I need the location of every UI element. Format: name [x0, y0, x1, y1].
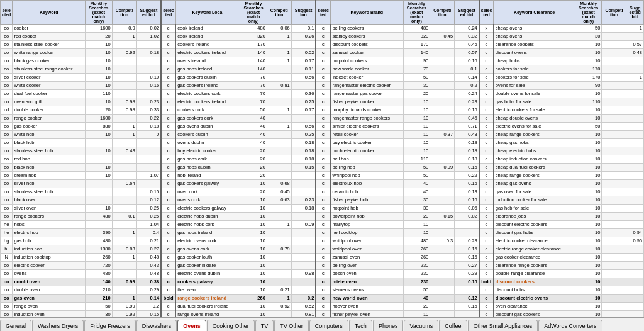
table-cell[interactable]: c	[161, 205, 175, 213]
table-cell[interactable]: c	[161, 33, 175, 41]
table-cell[interactable]: c	[479, 254, 494, 262]
table-cell[interactable]: c	[161, 196, 175, 205]
table-cell[interactable]: co	[1, 98, 13, 106]
table-cell[interactable]: x	[479, 25, 494, 33]
tab-fridge-freezers[interactable]: Fridge Freezers	[84, 320, 136, 331]
table-cell[interactable]: c	[316, 303, 330, 311]
tab-tv[interactable]: TV	[255, 320, 274, 331]
table-cell[interactable]: c	[161, 49, 175, 57]
table-cell[interactable]: c	[161, 188, 175, 196]
table-cell[interactable]: c	[316, 180, 330, 188]
tab-ovens[interactable]: Ovens	[177, 320, 206, 331]
table-cell[interactable]: c	[316, 270, 330, 278]
table-cell[interactable]: c	[161, 262, 175, 270]
table-cell[interactable]: c	[316, 57, 330, 65]
table-cell[interactable]: c	[479, 164, 494, 172]
table-cell[interactable]: co	[1, 180, 13, 188]
table-cell[interactable]: bold	[479, 278, 494, 286]
table-cell[interactable]: c	[161, 155, 175, 164]
table-cell[interactable]: c	[161, 82, 175, 90]
table-cell[interactable]: co	[1, 90, 13, 98]
table-cell[interactable]: c	[479, 303, 494, 311]
table-cell[interactable]: c	[161, 164, 175, 172]
table-cell[interactable]: c	[316, 65, 330, 74]
table-cell[interactable]: co	[1, 49, 13, 57]
tab-coffee[interactable]: Coffee	[439, 320, 467, 331]
table-cell[interactable]: cd	[1, 106, 13, 115]
table-cell[interactable]: c	[316, 139, 330, 147]
table-cell[interactable]: c	[479, 180, 494, 188]
table-cell[interactable]: c	[316, 25, 330, 33]
table-cell[interactable]: c	[316, 82, 330, 90]
table-cell[interactable]: co	[1, 155, 13, 164]
tab-computers[interactable]: Computers	[309, 320, 348, 331]
col-select-3[interactable]: selected	[316, 1, 330, 25]
table-cell[interactable]: co	[1, 115, 13, 123]
table-cell[interactable]: c	[479, 155, 494, 164]
table-cell[interactable]: co	[1, 213, 13, 221]
table-cell[interactable]: c	[161, 172, 175, 180]
table-cell[interactable]: co	[1, 82, 13, 90]
table-cell[interactable]: c	[316, 278, 330, 286]
table-cell[interactable]: c	[316, 74, 330, 82]
tab-general[interactable]: General	[0, 320, 31, 331]
table-cell[interactable]: bold	[161, 295, 175, 303]
table-cell[interactable]: co	[1, 196, 13, 205]
table-cell[interactable]: c	[316, 254, 330, 262]
table-cell[interactable]: c	[161, 180, 175, 188]
table-cell[interactable]: c	[161, 245, 175, 254]
table-cell[interactable]: c	[316, 245, 330, 254]
table-cell[interactable]: c	[161, 115, 175, 123]
col-select-2[interactable]: selected	[161, 1, 175, 25]
table-cell[interactable]: c	[316, 213, 330, 221]
table-cell[interactable]: c	[479, 49, 494, 57]
table-cell[interactable]: c	[161, 25, 175, 33]
table-cell[interactable]: c	[479, 98, 494, 106]
table-cell[interactable]: c	[316, 106, 330, 115]
table-cell[interactable]: c	[479, 311, 494, 318]
table-cell[interactable]: c	[479, 33, 494, 41]
table-cell[interactable]: c	[479, 41, 494, 49]
col-select-1[interactable]: selected	[1, 1, 13, 25]
table-cell[interactable]: co	[1, 65, 13, 74]
table-cell[interactable]: c	[316, 41, 330, 49]
table-cell[interactable]: he	[1, 229, 13, 237]
table-cell[interactable]: c	[316, 155, 330, 164]
table-cell[interactable]: c	[161, 74, 175, 82]
col-select-4[interactable]: selected	[479, 1, 494, 25]
table-cell[interactable]: c	[161, 131, 175, 139]
table-cell[interactable]: c	[479, 286, 494, 295]
table-cell[interactable]: c	[161, 254, 175, 262]
table-cell[interactable]: c	[316, 262, 330, 270]
table-cell[interactable]: c	[316, 33, 330, 41]
tab-washers-dryers[interactable]: Washers Dryers	[32, 320, 84, 331]
table-cell[interactable]: c	[161, 106, 175, 115]
tab-tech[interactable]: Tech	[349, 320, 372, 331]
table-cell[interactable]: c	[479, 295, 494, 303]
table-cell[interactable]: he	[1, 221, 13, 229]
table-cell[interactable]: c	[161, 57, 175, 65]
table-cell[interactable]: c	[479, 237, 494, 245]
table-cell[interactable]: c	[479, 57, 494, 65]
table-cell[interactable]: c	[316, 90, 330, 98]
table-cell[interactable]: c	[479, 196, 494, 205]
table-cell[interactable]: co	[1, 139, 13, 147]
table-cell[interactable]: co	[1, 262, 13, 270]
table-cell[interactable]: c	[316, 98, 330, 106]
table-cell[interactable]: hg	[1, 237, 13, 245]
table-cell[interactable]: c	[316, 147, 330, 155]
table-cell[interactable]: c	[161, 221, 175, 229]
table-cell[interactable]: co	[1, 172, 13, 180]
tab-other-small-appliances[interactable]: Other Small Appliances	[468, 320, 538, 331]
table-cell[interactable]: N	[1, 254, 13, 262]
table-cell[interactable]: c	[161, 41, 175, 49]
table-cell[interactable]: co	[1, 188, 13, 196]
table-cell[interactable]: c	[316, 295, 330, 303]
table-cell[interactable]: co	[1, 164, 13, 172]
table-cell[interactable]: c	[161, 213, 175, 221]
table-cell[interactable]: c	[479, 172, 494, 180]
table-cell[interactable]: c	[161, 65, 175, 74]
table-cell[interactable]: co	[1, 123, 13, 131]
table-cell[interactable]: c	[161, 98, 175, 106]
table-cell[interactable]: c	[161, 303, 175, 311]
